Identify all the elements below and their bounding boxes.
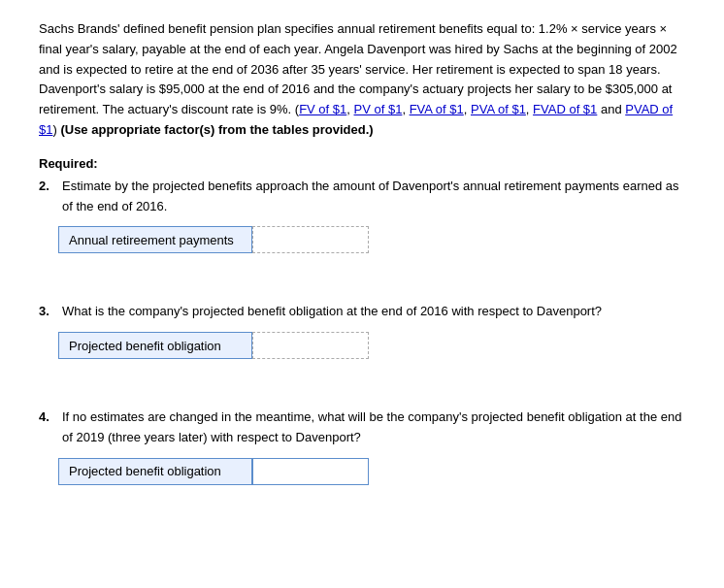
question-4-text: If no estimates are changed in the meant… (62, 408, 685, 448)
pbo-2016-label: Projected benefit obligation (58, 332, 252, 359)
annual-payments-label: Annual retireement payments (58, 226, 252, 253)
question-4: 4. If no estimates are changed in the me… (39, 408, 685, 485)
required-section: Required: 2. Estimate by the projected b… (39, 156, 685, 485)
pva-link[interactable]: PVA of $1 (471, 102, 526, 116)
question-2-text: Estimate by the projected benefits appro… (62, 177, 685, 217)
required-label: Required: (39, 156, 685, 171)
pbo-2019-input[interactable] (252, 458, 369, 485)
annual-payments-input[interactable] (252, 226, 369, 253)
question-3-text: What is the company's projected benefit … (62, 302, 685, 322)
fvad-link[interactable]: FVAD of $1 (533, 102, 597, 116)
pbo-2016-input[interactable] (252, 332, 369, 359)
question-3: 3. What is the company's projected benef… (39, 302, 685, 359)
question-2-number: 2. (39, 177, 58, 197)
intro-paragraph: Sachs Brands' defined benefit pension pl… (39, 19, 685, 141)
pbo-2019-label: Projected benefit obligation (58, 458, 252, 485)
pv-link[interactable]: PV of $1 (354, 102, 403, 116)
fv-link[interactable]: FV of $1 (299, 102, 346, 116)
question-3-number: 3. (39, 302, 58, 322)
question-4-number: 4. (39, 408, 58, 428)
question-2: 2. Estimate by the projected benefits ap… (39, 177, 685, 254)
fva-link[interactable]: FVA of $1 (410, 102, 464, 116)
tables-note: (Use appropriate factor(s) from the tabl… (60, 122, 373, 137)
